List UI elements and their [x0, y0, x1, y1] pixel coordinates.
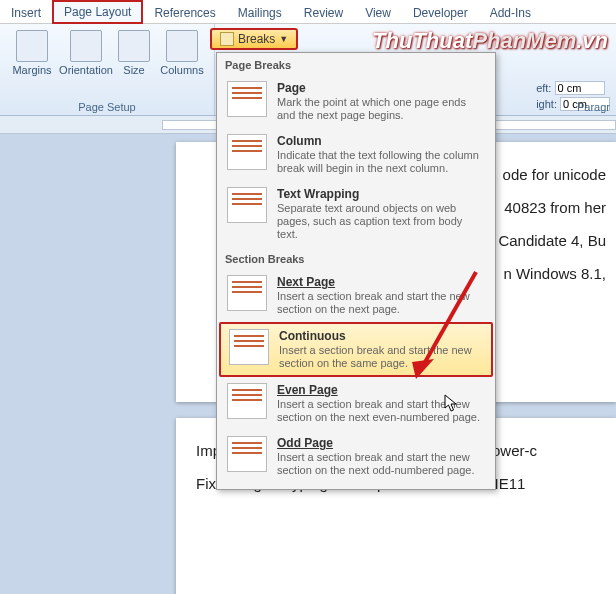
column-break-icon: [227, 134, 267, 170]
orientation-button[interactable]: Orientation: [60, 28, 112, 99]
menu-item-odd-page[interactable]: Odd PageInsert a section break and start…: [217, 430, 495, 483]
tab-mailings[interactable]: Mailings: [227, 2, 293, 23]
menu-item-text-wrapping[interactable]: Text WrappingSeparate text around object…: [217, 181, 495, 247]
odd-page-icon: [227, 436, 267, 472]
margins-button[interactable]: Margins: [6, 28, 58, 99]
ribbon-tabs: Insert Page Layout References Mailings R…: [0, 0, 616, 24]
group-label-page-setup: Page Setup: [6, 99, 208, 113]
dropdown-header-page-breaks: Page Breaks: [217, 53, 495, 75]
menu-item-page[interactable]: PageMark the point at which one page end…: [217, 75, 495, 128]
tab-addins[interactable]: Add-Ins: [479, 2, 542, 23]
orientation-icon: [70, 30, 102, 62]
breaks-icon: [220, 32, 234, 46]
tab-review[interactable]: Review: [293, 2, 354, 23]
page-setup-group: Margins Orientation Size Columns Page Se…: [0, 24, 215, 115]
breaks-button[interactable]: Breaks ▼: [210, 28, 298, 50]
columns-button[interactable]: Columns: [156, 28, 208, 99]
breaks-dropdown: Page Breaks PageMark the point at which …: [216, 52, 496, 490]
page-break-icon: [227, 81, 267, 117]
tab-references[interactable]: References: [143, 2, 226, 23]
dropdown-header-section-breaks: Section Breaks: [217, 247, 495, 269]
tab-view[interactable]: View: [354, 2, 402, 23]
tab-insert[interactable]: Insert: [0, 2, 52, 23]
continuous-icon: [229, 329, 269, 365]
menu-item-continuous[interactable]: ContinuousInsert a section break and sta…: [219, 322, 493, 377]
next-page-icon: [227, 275, 267, 311]
indent-left-input[interactable]: [555, 81, 605, 95]
text-wrapping-icon: [227, 187, 267, 223]
menu-item-next-page[interactable]: Next PageInsert a section break and star…: [217, 269, 495, 322]
size-icon: [118, 30, 150, 62]
chevron-down-icon: ▼: [279, 34, 288, 44]
group-label-paragraph: Paragr: [577, 101, 610, 113]
size-button[interactable]: Size: [114, 28, 154, 99]
even-page-icon: [227, 383, 267, 419]
menu-item-column[interactable]: ColumnIndicate that the text following t…: [217, 128, 495, 181]
columns-icon: [166, 30, 198, 62]
margins-icon: [16, 30, 48, 62]
tab-page-layout[interactable]: Page Layout: [52, 0, 143, 24]
tab-developer[interactable]: Developer: [402, 2, 479, 23]
indent-right-label: ight:: [536, 98, 557, 110]
indent-left-label: eft:: [536, 82, 551, 94]
menu-item-even-page[interactable]: Even PageInsert a section break and star…: [217, 377, 495, 430]
